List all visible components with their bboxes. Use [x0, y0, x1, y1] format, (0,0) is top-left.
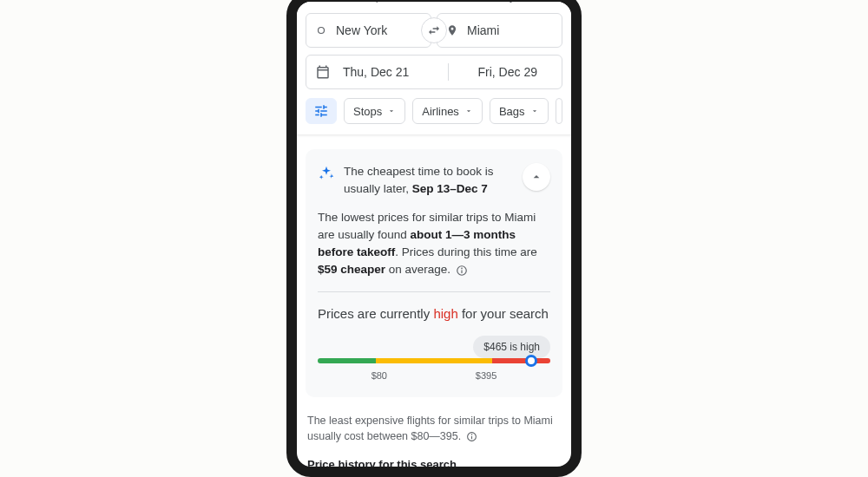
price-marker [525, 355, 537, 367]
chevron-down-icon [530, 107, 539, 115]
stops-chip[interactable]: Stops [344, 98, 405, 124]
chevron-down-icon [387, 107, 396, 115]
date-separator [448, 63, 449, 81]
phone-frame: Round trip 1 Economy New York [286, 0, 582, 477]
divider [318, 291, 550, 292]
passenger-select[interactable]: 1 [413, 0, 450, 3]
sparkle-icon [318, 165, 335, 187]
insight-savings: $59 cheaper [318, 263, 385, 276]
svg-point-3 [462, 268, 463, 269]
price-insight-card: The cheapest time to book is usually lat… [306, 149, 562, 397]
chevron-down-icon [520, 0, 529, 1]
svg-point-6 [471, 435, 472, 435]
chevron-down-icon [387, 0, 396, 1]
insight-body-post: on average. [385, 263, 450, 276]
date-input[interactable]: Thu, Dec 21 Fri, Dec 29 [306, 55, 562, 89]
price-footnote: The least expensive flights for similar … [307, 413, 561, 444]
bags-chip[interactable]: Bags [490, 98, 549, 124]
return-date: Fri, Dec 29 [463, 65, 554, 79]
origin-value: New York [336, 23, 387, 37]
price-segment-high [492, 358, 550, 363]
price-history-heading: Price history for this search [307, 458, 561, 471]
passenger-count: 1 [431, 0, 437, 3]
swap-button[interactable] [421, 17, 447, 43]
chevron-down-icon [464, 107, 473, 115]
origin-input[interactable]: New York [306, 13, 431, 48]
insight-head-date: Sep 13–Dec 7 [412, 182, 488, 195]
insight-body-mid: . Prices during this time are [395, 245, 537, 258]
search-card: Round trip 1 Economy New York [297, 0, 571, 135]
airlines-label: Airlines [422, 105, 459, 118]
price-typical-threshold: $395 [476, 369, 496, 383]
insight-body: The lowest prices for similar trips to M… [318, 209, 550, 279]
cabin-select[interactable]: Economy [468, 0, 529, 3]
svg-point-0 [319, 28, 325, 34]
info-icon[interactable] [466, 431, 477, 442]
current-post: for your search [458, 306, 549, 321]
price-low-threshold: $80 [372, 369, 387, 383]
overflow-chip[interactable] [556, 98, 562, 124]
tune-icon [313, 103, 329, 119]
depart-date: Thu, Dec 21 [343, 65, 434, 79]
info-icon[interactable] [456, 265, 468, 277]
stops-label: Stops [353, 105, 382, 118]
trip-type-select[interactable]: Round trip [312, 0, 396, 3]
filters-button[interactable] [306, 98, 337, 124]
swap-horiz-icon [312, 0, 325, 3]
current-high: high [433, 306, 457, 321]
price-bar [318, 358, 550, 363]
person-icon [413, 0, 425, 3]
calendar-icon [315, 64, 331, 80]
current-pre: Prices are currently [318, 306, 433, 321]
airlines-chip[interactable]: Airlines [412, 98, 483, 124]
cabin-label: Economy [468, 0, 515, 3]
footnote-text: The least expensive flights for similar … [307, 415, 553, 442]
collapse-button[interactable] [523, 163, 550, 191]
current-price-status: Prices are currently high for your searc… [318, 304, 550, 324]
insight-headline: The cheapest time to book is usually lat… [344, 163, 514, 199]
trip-type-label: Round trip [330, 0, 382, 3]
chevron-down-icon [442, 0, 450, 1]
destination-value: Miami [467, 23, 499, 37]
destination-input[interactable]: Miami [437, 13, 562, 48]
price-indicator: $465 is high $80 $395 [318, 358, 550, 383]
price-pill: $465 is high [473, 336, 550, 358]
circle-icon [315, 24, 327, 36]
swap-icon [427, 23, 441, 37]
location-icon [446, 24, 458, 36]
price-segment-low [318, 358, 376, 363]
bags-label: Bags [499, 105, 525, 118]
chevron-up-icon [529, 170, 543, 184]
price-segment-typical [376, 358, 492, 363]
